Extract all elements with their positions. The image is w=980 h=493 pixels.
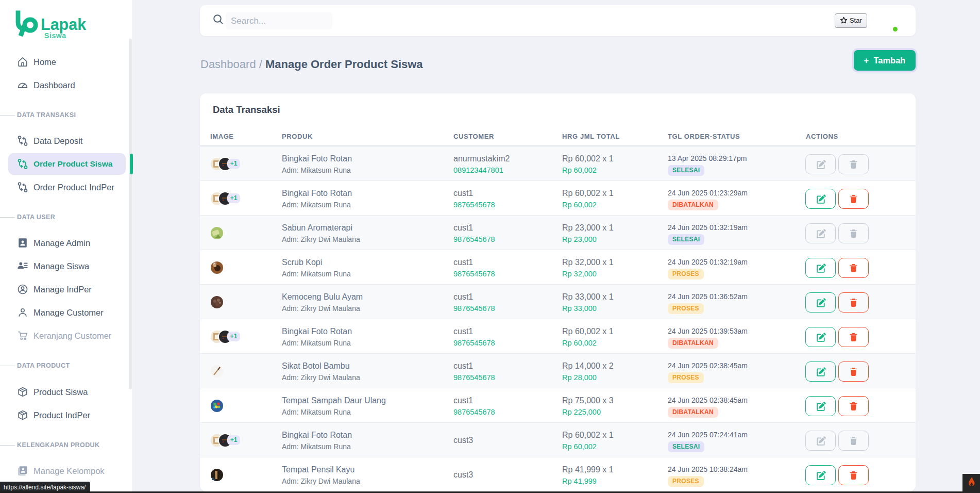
svg-text:Lapak: Lapak [41, 15, 86, 34]
svg-text:Siswa: Siswa [44, 31, 66, 40]
